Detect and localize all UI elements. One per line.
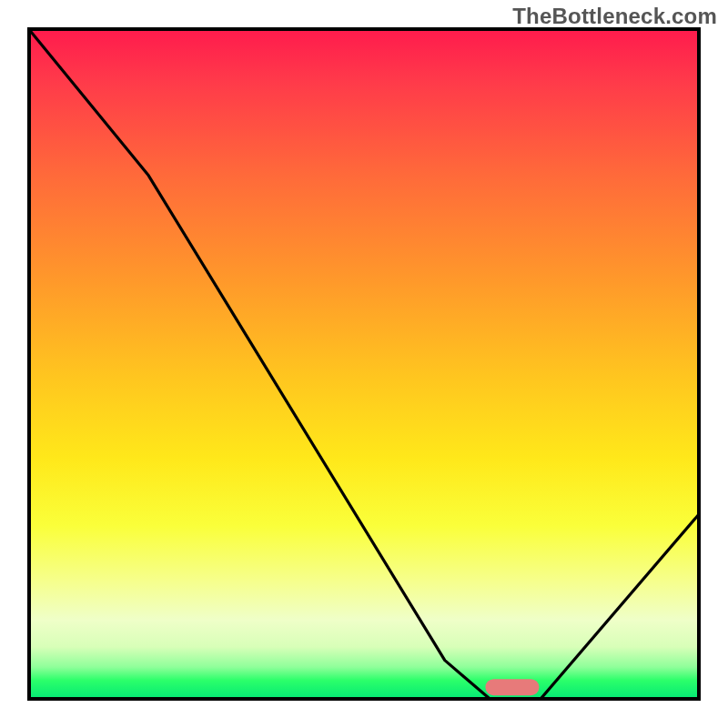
optimal-marker xyxy=(485,679,539,695)
gradient-background xyxy=(27,27,701,701)
watermark-text: TheBottleneck.com xyxy=(512,4,717,29)
chart-container: TheBottleneck.com xyxy=(0,0,728,728)
plot-area xyxy=(27,27,701,701)
